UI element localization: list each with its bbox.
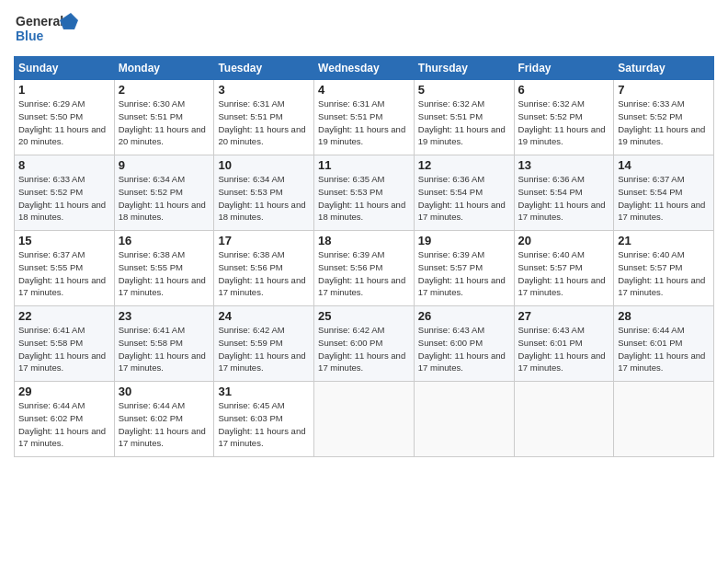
sunrise-label: Sunrise: 6:37 AM bbox=[18, 249, 85, 259]
page: General Blue SundayMondayTuesdayWednesda… bbox=[0, 0, 728, 563]
sunrise-label: Sunrise: 6:42 AM bbox=[218, 325, 284, 335]
daylight-label: Daylight: 11 hours and 20 minutes. bbox=[18, 124, 106, 147]
calendar-cell: 5 Sunrise: 6:32 AM Sunset: 5:51 PM Dayli… bbox=[414, 80, 514, 155]
day-number: 18 bbox=[318, 234, 410, 247]
calendar-cell: 1 Sunrise: 6:29 AM Sunset: 5:50 PM Dayli… bbox=[15, 80, 115, 155]
day-number: 17 bbox=[218, 234, 310, 247]
day-number: 31 bbox=[218, 385, 310, 398]
sunset-label: Sunset: 5:57 PM bbox=[618, 262, 682, 272]
day-info: Sunrise: 6:32 AM Sunset: 5:52 PM Dayligh… bbox=[518, 98, 610, 148]
sunrise-label: Sunrise: 6:40 AM bbox=[518, 249, 585, 259]
calendar-cell: 17 Sunrise: 6:38 AM Sunset: 5:56 PM Dayl… bbox=[214, 231, 314, 306]
daylight-label: Daylight: 11 hours and 19 minutes. bbox=[518, 124, 606, 147]
sunrise-label: Sunrise: 6:43 AM bbox=[518, 325, 585, 335]
sunrise-label: Sunrise: 6:32 AM bbox=[418, 98, 484, 109]
day-info: Sunrise: 6:42 AM Sunset: 6:00 PM Dayligh… bbox=[318, 324, 410, 374]
sunrise-label: Sunrise: 6:44 AM bbox=[119, 400, 185, 410]
calendar-cell: 10 Sunrise: 6:34 AM Sunset: 5:53 PM Dayl… bbox=[214, 155, 314, 231]
day-number: 4 bbox=[318, 83, 410, 97]
daylight-label: Daylight: 11 hours and 18 minutes. bbox=[218, 200, 305, 223]
calendar-cell bbox=[414, 382, 514, 457]
calendar-cell: 8 Sunrise: 6:33 AM Sunset: 5:52 PM Dayli… bbox=[15, 155, 115, 231]
day-info: Sunrise: 6:33 AM Sunset: 5:52 PM Dayligh… bbox=[18, 173, 110, 224]
calendar-cell: 15 Sunrise: 6:37 AM Sunset: 5:55 PM Dayl… bbox=[15, 231, 115, 306]
sunset-label: Sunset: 5:56 PM bbox=[318, 262, 382, 272]
day-header-friday: Friday bbox=[514, 57, 614, 80]
week-row-2: 8 Sunrise: 6:33 AM Sunset: 5:52 PM Dayli… bbox=[15, 155, 714, 231]
daylight-label: Daylight: 11 hours and 17 minutes. bbox=[218, 275, 305, 298]
day-number: 29 bbox=[18, 385, 110, 398]
day-info: Sunrise: 6:42 AM Sunset: 5:59 PM Dayligh… bbox=[218, 324, 310, 374]
calendar-cell: 6 Sunrise: 6:32 AM Sunset: 5:52 PM Dayli… bbox=[514, 80, 614, 155]
sunrise-label: Sunrise: 6:29 AM bbox=[18, 98, 85, 109]
day-number: 1 bbox=[18, 83, 110, 97]
calendar-cell: 23 Sunrise: 6:41 AM Sunset: 5:58 PM Dayl… bbox=[114, 306, 214, 382]
week-row-4: 22 Sunrise: 6:41 AM Sunset: 5:58 PM Dayl… bbox=[15, 306, 714, 382]
calendar-cell: 26 Sunrise: 6:43 AM Sunset: 6:00 PM Dayl… bbox=[414, 306, 514, 382]
sunset-label: Sunset: 5:54 PM bbox=[618, 187, 682, 197]
sunrise-label: Sunrise: 6:41 AM bbox=[18, 325, 85, 335]
calendar-cell: 12 Sunrise: 6:36 AM Sunset: 5:54 PM Dayl… bbox=[414, 155, 514, 231]
daylight-label: Daylight: 11 hours and 19 minutes. bbox=[318, 124, 405, 147]
day-number: 26 bbox=[418, 309, 510, 323]
sunset-label: Sunset: 5:55 PM bbox=[119, 262, 183, 272]
day-info: Sunrise: 6:44 AM Sunset: 6:02 PM Dayligh… bbox=[18, 399, 110, 450]
day-header-wednesday: Wednesday bbox=[314, 57, 415, 80]
logo: General Blue bbox=[14, 9, 78, 51]
calendar-cell: 13 Sunrise: 6:36 AM Sunset: 5:54 PM Dayl… bbox=[514, 155, 614, 231]
sunset-label: Sunset: 5:52 PM bbox=[618, 111, 682, 121]
day-info: Sunrise: 6:31 AM Sunset: 5:51 PM Dayligh… bbox=[318, 98, 410, 148]
svg-text:General: General bbox=[16, 14, 63, 29]
sunrise-label: Sunrise: 6:40 AM bbox=[618, 249, 684, 259]
calendar-cell: 27 Sunrise: 6:43 AM Sunset: 6:01 PM Dayl… bbox=[514, 306, 614, 382]
sunset-label: Sunset: 5:52 PM bbox=[18, 187, 83, 197]
day-info: Sunrise: 6:36 AM Sunset: 5:54 PM Dayligh… bbox=[518, 173, 610, 224]
daylight-label: Daylight: 11 hours and 17 minutes. bbox=[218, 350, 305, 373]
sunrise-label: Sunrise: 6:43 AM bbox=[418, 325, 484, 335]
day-number: 6 bbox=[518, 83, 610, 97]
daylight-label: Daylight: 11 hours and 19 minutes. bbox=[618, 124, 705, 147]
calendar-cell bbox=[314, 382, 415, 457]
day-number: 30 bbox=[119, 385, 210, 398]
calendar-cell: 9 Sunrise: 6:34 AM Sunset: 5:52 PM Dayli… bbox=[114, 155, 214, 231]
day-info: Sunrise: 6:41 AM Sunset: 5:58 PM Dayligh… bbox=[18, 324, 110, 374]
day-header-tuesday: Tuesday bbox=[214, 57, 314, 80]
day-info: Sunrise: 6:38 AM Sunset: 5:56 PM Dayligh… bbox=[218, 248, 310, 299]
sunrise-label: Sunrise: 6:32 AM bbox=[518, 98, 585, 109]
day-info: Sunrise: 6:44 AM Sunset: 6:01 PM Dayligh… bbox=[618, 324, 710, 374]
calendar-cell: 7 Sunrise: 6:33 AM Sunset: 5:52 PM Dayli… bbox=[614, 80, 714, 155]
sunset-label: Sunset: 5:51 PM bbox=[418, 111, 483, 121]
day-number: 12 bbox=[418, 158, 510, 172]
daylight-label: Daylight: 11 hours and 17 minutes. bbox=[518, 200, 606, 223]
daylight-label: Daylight: 11 hours and 17 minutes. bbox=[119, 426, 206, 449]
sunset-label: Sunset: 5:58 PM bbox=[119, 338, 183, 348]
sunset-label: Sunset: 5:57 PM bbox=[418, 262, 483, 272]
logo-icon: General Blue bbox=[14, 9, 78, 51]
day-info: Sunrise: 6:40 AM Sunset: 5:57 PM Dayligh… bbox=[518, 248, 610, 299]
sunset-label: Sunset: 5:56 PM bbox=[218, 262, 282, 272]
sunset-label: Sunset: 6:00 PM bbox=[418, 338, 483, 348]
day-number: 25 bbox=[318, 309, 410, 323]
day-info: Sunrise: 6:43 AM Sunset: 6:00 PM Dayligh… bbox=[418, 324, 510, 374]
sunrise-label: Sunrise: 6:39 AM bbox=[318, 249, 384, 259]
calendar-cell: 2 Sunrise: 6:30 AM Sunset: 5:51 PM Dayli… bbox=[114, 80, 214, 155]
daylight-label: Daylight: 11 hours and 17 minutes. bbox=[618, 275, 705, 298]
daylight-label: Daylight: 11 hours and 20 minutes. bbox=[218, 124, 305, 147]
daylight-label: Daylight: 11 hours and 19 minutes. bbox=[418, 124, 506, 147]
daylight-label: Daylight: 11 hours and 17 minutes. bbox=[418, 200, 506, 223]
calendar-cell: 22 Sunrise: 6:41 AM Sunset: 5:58 PM Dayl… bbox=[15, 306, 115, 382]
calendar-cell: 29 Sunrise: 6:44 AM Sunset: 6:02 PM Dayl… bbox=[15, 382, 115, 457]
day-header-monday: Monday bbox=[114, 57, 214, 80]
day-number: 15 bbox=[18, 234, 110, 247]
daylight-label: Daylight: 11 hours and 17 minutes. bbox=[18, 426, 106, 449]
calendar-cell: 30 Sunrise: 6:44 AM Sunset: 6:02 PM Dayl… bbox=[114, 382, 214, 457]
day-number: 22 bbox=[18, 309, 110, 323]
daylight-label: Daylight: 11 hours and 17 minutes. bbox=[18, 350, 106, 373]
sunrise-label: Sunrise: 6:34 AM bbox=[119, 174, 185, 184]
day-number: 28 bbox=[618, 309, 710, 323]
day-info: Sunrise: 6:37 AM Sunset: 5:54 PM Dayligh… bbox=[618, 173, 710, 224]
day-info: Sunrise: 6:34 AM Sunset: 5:53 PM Dayligh… bbox=[218, 173, 310, 224]
day-info: Sunrise: 6:33 AM Sunset: 5:52 PM Dayligh… bbox=[618, 98, 710, 148]
week-row-1: 1 Sunrise: 6:29 AM Sunset: 5:50 PM Dayli… bbox=[15, 80, 714, 155]
day-number: 19 bbox=[418, 234, 510, 247]
